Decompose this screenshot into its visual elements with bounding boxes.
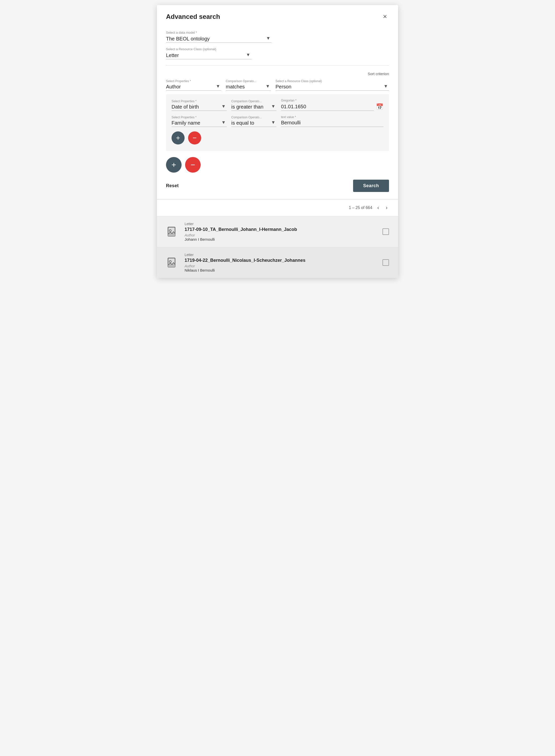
inner-2-value-wrap: text value * [281,115,383,127]
inner-criteria-block: Select Properties * Date of birth Author… [166,94,389,151]
result-1-checkbox[interactable] [382,228,389,235]
modal-body: Select a data model * The BEOL ontology … [157,31,398,199]
inner-1-select-properties-select-wrapper: Date of birth Author Family name ▼ [172,104,227,111]
inner-1-gregorian-row: 📅 [281,103,383,111]
resource-class-label: Select a Resource Class (optional) [166,47,389,51]
reset-button[interactable]: Reset [166,183,179,189]
outer-remove-button[interactable]: − [185,157,201,172]
inner-2-text-input[interactable] [281,120,383,127]
pagination-row: 1 – 25 of 664 ‹ › [157,199,398,216]
outer-select-properties-select-wrapper: Author Date of birth Family name ▼ [166,84,221,91]
outer-comparison-wrap: Comparison Operato... matches is equal t… [226,79,271,91]
results-area: 1 – 25 of 664 ‹ › Letter 1717-09-10_TA_B… [157,199,398,278]
inner-1-comparison-wrap: Comparison Operato... is greater than ma… [231,100,276,111]
result-2-icon [166,256,179,269]
inner-1-comparison-label: Comparison Operato... [231,100,276,103]
search-button[interactable]: Search [353,180,389,192]
result-2-title[interactable]: 1719-04-22_Bernoulli_Nicolaus_I-Scheuchz… [184,258,377,263]
inner-1-value-wrap: Gregorian * 📅 [281,99,383,111]
divider-1 [166,65,389,66]
inner-1-date-input[interactable] [281,104,374,111]
result-2-content: Letter 1719-04-22_Bernoulli_Nicolaus_I-S… [184,253,377,272]
outer-select-properties-select[interactable]: Author Date of birth Family name [166,84,221,89]
result-item-2: Letter 1719-04-22_Bernoulli_Nicolaus_I-S… [157,247,398,278]
inner-1-select-properties-label: Select Properties * [172,100,227,103]
outer-add-remove-row: + − [166,157,389,172]
result-1-author-name: Johann I Bernoulli [184,237,377,241]
advanced-search-modal: Advanced search × Select a data model * … [157,5,398,278]
result-1-content: Letter 1717-09-10_TA_Bernoulli_Johann_I-… [184,222,377,241]
inner-2-value-label: text value * [281,115,383,119]
inner-2-comparison-wrap: Comparison Operato... is equal to matche… [231,116,276,127]
close-button[interactable]: × [381,12,389,21]
inner-2-select-properties-select-wrapper: Family name Author Date of birth ▼ [172,120,227,127]
modal-title: Advanced search [166,13,220,21]
outer-resource-class-opt-label: Select a Resource Class (optional) [275,79,389,83]
data-model-label: Select a data model * [166,31,389,34]
inner-1-comparison-select[interactable]: is greater than matches is equal to is l… [231,104,276,110]
result-2-author-label: Author [184,264,377,268]
pagination-next-button[interactable]: › [384,204,389,211]
outer-criteria-row: Select Properties * Author Date of birth… [166,79,389,91]
pagination-info: 1 – 25 of 664 [349,205,372,210]
outer-select-properties-label: Select Properties * [166,79,221,83]
result-2-type: Letter [184,253,377,257]
inner-2-comparison-select-wrapper: is equal to matches is greater than is l… [231,120,276,127]
modal-header: Advanced search × [157,5,398,26]
inner-add-remove-row: + − [172,131,383,145]
inner-1-value-label: Gregorian * [281,99,383,102]
outer-select-properties-wrap: Select Properties * Author Date of birth… [166,79,221,91]
outer-comparison-select[interactable]: matches is equal to is greater than is l… [226,84,271,89]
outer-resource-class-opt-wrap: Select a Resource Class (optional) Perso… [275,79,389,91]
document-image-icon [167,226,178,237]
document-image-icon-2 [167,257,178,268]
inner-1-comparison-select-wrapper: is greater than matches is equal to is l… [231,104,276,111]
inner-1-select-properties-select[interactable]: Date of birth Author Family name [172,104,227,110]
resource-class-select[interactable]: Letter Person Document [166,52,251,58]
sort-criterion-link[interactable]: Sort criterion [166,72,389,76]
result-2-checkbox[interactable] [382,259,389,266]
outer-resource-class-opt-select-wrapper: Person Letter Document ▼ [275,84,389,91]
inner-add-button[interactable]: + [172,131,184,145]
inner-2-select-properties-wrap: Select Properties * Family name Author D… [172,116,227,127]
result-1-type: Letter [184,222,377,226]
inner-2-select-properties-label: Select Properties * [172,116,227,119]
result-1-icon [166,225,179,238]
outer-comparison-label: Comparison Operato... [226,79,271,83]
outer-resource-class-opt-select[interactable]: Person Letter Document [275,84,389,89]
inner-2-comparison-select[interactable]: is equal to matches is greater than is l… [231,120,276,126]
inner-remove-button[interactable]: − [188,131,201,145]
pagination-prev-button[interactable]: ‹ [376,204,380,211]
footer-row: Reset Search [166,180,389,192]
outer-comparison-select-wrapper: matches is equal to is greater than is l… [226,84,271,91]
inner-2-select-properties-select[interactable]: Family name Author Date of birth [172,120,227,126]
data-model-select[interactable]: The BEOL ontology [166,36,271,41]
result-1-author-label: Author [184,233,377,237]
resource-class-select-wrapper: Letter Person Document ▼ [166,52,251,59]
inner-criteria-row-1: Select Properties * Date of birth Author… [172,99,383,111]
outer-add-button[interactable]: + [166,157,181,172]
result-1-title[interactable]: 1717-09-10_TA_Bernoulli_Johann_I-Hermann… [184,227,377,232]
inner-criteria-row-2: Select Properties * Family name Author D… [172,115,383,127]
result-item-1: Letter 1717-09-10_TA_Bernoulli_Johann_I-… [157,216,398,247]
inner-1-select-properties-wrap: Select Properties * Date of birth Author… [172,100,227,111]
calendar-icon[interactable]: 📅 [376,103,383,110]
data-model-select-wrapper: The BEOL ontology ▼ [166,36,271,43]
result-2-author-name: Niklaus I Bernoulli [184,268,377,272]
inner-2-comparison-label: Comparison Operato... [231,116,276,119]
